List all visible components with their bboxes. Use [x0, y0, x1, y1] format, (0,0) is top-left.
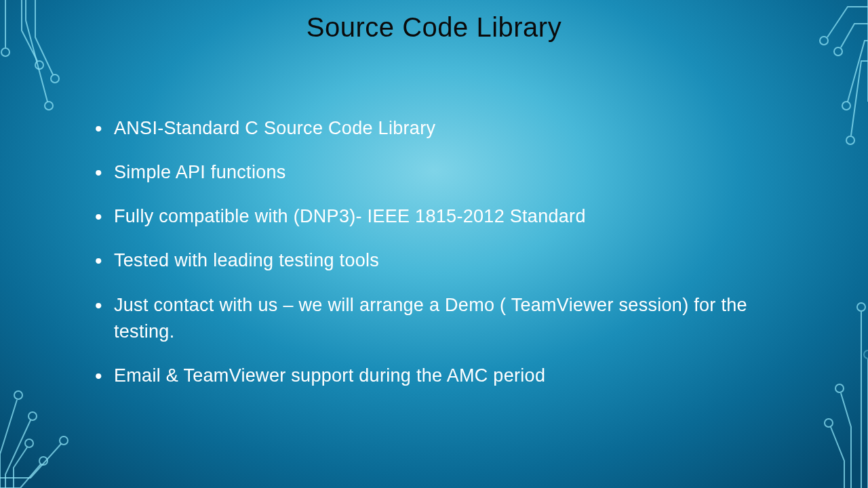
- svg-point-3: [51, 75, 59, 83]
- svg-point-16: [857, 303, 865, 311]
- svg-point-4: [45, 102, 53, 110]
- svg-point-11: [28, 412, 37, 420]
- slide-title: Source Code Library: [0, 12, 868, 43]
- bullet-item: Fully compatible with (DNP3)- IEEE 1815-…: [95, 203, 800, 230]
- svg-point-12: [25, 439, 33, 447]
- bullet-item: ANSI-Standard C Source Code Library: [95, 115, 800, 142]
- svg-point-14: [60, 436, 68, 445]
- bullet-item: Tested with leading testing tools: [95, 247, 800, 274]
- svg-point-9: [846, 136, 854, 144]
- svg-point-8: [842, 102, 850, 110]
- bullet-item: Simple API functions: [95, 159, 800, 186]
- slide: Source Code Library ANSI-Standard C Sour…: [0, 0, 868, 488]
- circuit-decoration-bottom-left: [0, 332, 95, 488]
- bullet-item: Just contact with us – we will arrange a…: [95, 292, 800, 345]
- svg-point-1: [1, 48, 9, 56]
- svg-point-2: [35, 61, 43, 69]
- svg-point-10: [14, 391, 22, 399]
- svg-point-19: [864, 350, 868, 359]
- svg-point-6: [834, 47, 842, 56]
- bullet-item: Email & TeamViewer support during the AM…: [95, 363, 800, 389]
- bullet-list: ANSI-Standard C Source Code Library Simp…: [95, 115, 800, 407]
- svg-point-18: [825, 419, 833, 427]
- svg-point-17: [835, 384, 844, 392]
- svg-point-13: [39, 457, 47, 465]
